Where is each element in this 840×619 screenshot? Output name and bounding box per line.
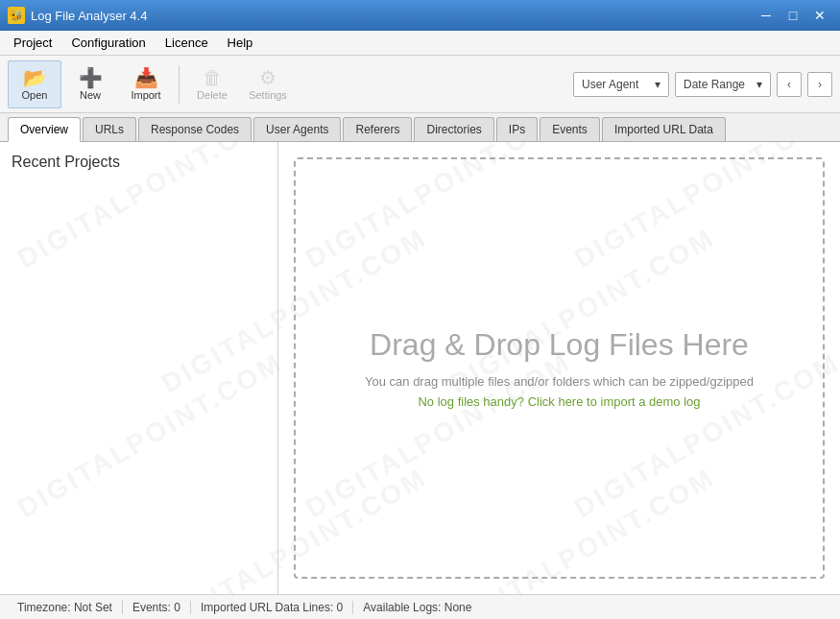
menu-licence[interactable]: Licence (156, 33, 218, 53)
toolbar-right: User Agent ▾ Date Range ▾ ‹ › (573, 72, 832, 97)
menu-help[interactable]: Help (218, 33, 263, 53)
delete-icon: 🗑 (203, 68, 222, 87)
tab-referers[interactable]: Referers (343, 117, 412, 141)
status-bar: Timezone: Not Set Events: 0 Imported URL… (0, 594, 840, 619)
minimize-button[interactable]: ─ (754, 5, 779, 26)
svg-text:🐝: 🐝 (10, 9, 23, 22)
open-label: Open (22, 89, 48, 101)
menu-configuration[interactable]: Configuration (61, 33, 155, 53)
new-button[interactable]: ➕ New (63, 60, 117, 108)
app-icon: 🐝 (8, 7, 25, 24)
tab-ips[interactable]: IPs (496, 117, 538, 141)
open-button[interactable]: 📂 Open (8, 60, 61, 108)
main-content: DIGITALPOINT.COM DIGITALPOINT.COM DIGITA… (0, 142, 840, 594)
toolbar: 📂 Open ➕ New 📥 Import 🗑 Delete ⚙ Setting… (0, 56, 840, 113)
title-controls: ─ □ ✕ (754, 5, 832, 26)
tab-user-agents[interactable]: User Agents (253, 117, 341, 141)
drop-zone-subtitle: You can drag multiple files and/or folde… (365, 374, 754, 389)
title-bar: 🐝 Log File Analyser 4.4 ─ □ ✕ (0, 0, 840, 31)
tab-imported-url-data[interactable]: Imported URL Data (602, 117, 726, 141)
menu-bar: Project Configuration Licence Help (0, 31, 840, 56)
settings-icon: ⚙ (259, 68, 276, 87)
menu-project[interactable]: Project (4, 33, 61, 53)
drop-zone-title: Drag & Drop Log Files Here (370, 327, 749, 363)
prev-button[interactable]: ‹ (777, 72, 802, 97)
tab-directories[interactable]: Directories (414, 117, 493, 141)
tabs-bar: Overview URLs Response Codes User Agents… (0, 113, 840, 142)
tab-response-codes[interactable]: Response Codes (138, 117, 252, 141)
delete-label: Delete (197, 89, 228, 101)
status-events: Events: 0 (123, 601, 191, 614)
status-timezone: Timezone: Not Set (8, 601, 123, 614)
drop-zone[interactable]: Drag & Drop Log Files Here You can drag … (294, 157, 825, 579)
import-label: Import (131, 89, 160, 101)
new-label: New (80, 89, 101, 101)
toolbar-separator-1 (179, 65, 180, 104)
import-button[interactable]: 📥 Import (119, 60, 173, 108)
recent-projects-panel: Recent Projects (0, 142, 278, 594)
maximize-button[interactable]: □ (780, 5, 805, 26)
chevron-down-icon: ▾ (655, 78, 660, 91)
delete-button[interactable]: 🗑 Delete (185, 60, 239, 108)
open-icon: 📂 (23, 68, 47, 87)
date-range-dropdown[interactable]: Date Range ▾ (675, 72, 771, 97)
title-bar-left: 🐝 Log File Analyser 4.4 (8, 7, 147, 24)
tab-urls[interactable]: URLs (83, 117, 136, 141)
user-agent-dropdown[interactable]: User Agent ▾ (573, 72, 669, 97)
tab-overview[interactable]: Overview (8, 117, 81, 142)
next-button[interactable]: › (807, 72, 832, 97)
import-icon: 📥 (134, 68, 158, 87)
app-title: Log File Analyser 4.4 (31, 9, 147, 23)
new-icon: ➕ (79, 68, 103, 87)
chevron-down-icon-2: ▾ (756, 78, 762, 91)
settings-label: Settings (249, 89, 287, 101)
settings-button[interactable]: ⚙ Settings (241, 60, 295, 108)
close-button[interactable]: ✕ (807, 5, 832, 26)
recent-projects-title: Recent Projects (12, 154, 266, 171)
demo-log-link[interactable]: No log files handy? Click here to import… (418, 394, 700, 409)
status-imported-url-data-lines: Imported URL Data Lines: 0 (191, 601, 353, 614)
tab-events[interactable]: Events (540, 117, 600, 141)
status-available-logs: Available Logs: None (353, 601, 481, 614)
